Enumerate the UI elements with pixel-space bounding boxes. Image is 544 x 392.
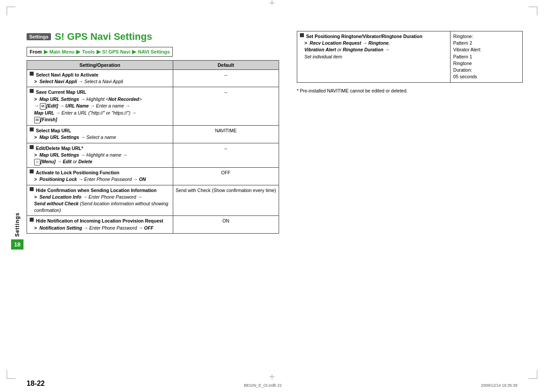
table-row: Hide Confirmation when Sending Location …	[27, 185, 279, 216]
page-bottom: 18-22 BEGIN_E_OI.indb 22 2009/12/14 16:3…	[27, 380, 517, 388]
page-title-row: Settings S! GPS Navi Settings	[27, 31, 279, 42]
breadcrumb-arrow-2: ▶	[76, 49, 80, 55]
row7-operation: Hide Notification of Incoming Location P…	[27, 216, 173, 233]
bullet-icon	[30, 127, 34, 131]
table-row: Select Navi Appli to Activate Select Nav…	[27, 70, 279, 87]
left-column: Settings S! GPS Navi Settings From ▶ Mai…	[27, 31, 279, 234]
menu-key-icon: ☆	[34, 159, 40, 165]
breadcrumb-from: From	[30, 49, 42, 54]
corner-mark-br	[528, 370, 537, 379]
breadcrumb-arrow-3: ▶	[97, 49, 101, 55]
bullet-icon	[30, 145, 34, 149]
bullet-icon	[30, 169, 34, 173]
page-number: 18-22	[27, 380, 45, 388]
row1-operation: Select Navi Appli to Activate Select Nav…	[27, 70, 173, 87]
content-area: Settings S! GPS Navi Settings From ▶ Mai…	[27, 31, 517, 365]
page: Settings 18 Settings S! GPS Navi Setting…	[0, 0, 544, 392]
row2-operation: Save Current Map URL Map URL Settings → …	[27, 87, 173, 126]
breadcrumb-navi-settings: NAVI Settings	[138, 49, 170, 54]
bullet-icon	[300, 33, 304, 37]
right-table-row: Set Positioning Ringtone/Vibrator/Ringto…	[297, 31, 523, 83]
breadcrumb-main-menu: Main Menu	[50, 49, 75, 54]
breadcrumb: From ▶ Main Menu ▶ Tools ▶ S! GPS Navi ▶…	[27, 47, 173, 57]
crop-bottom	[272, 374, 272, 380]
breadcrumb-tools: Tools	[82, 49, 95, 54]
table-row: Activate to Lock Positioning Function Po…	[27, 168, 279, 185]
side-tab-label: Settings	[14, 212, 20, 237]
settings-badge: Settings	[27, 33, 51, 40]
right-default: Ringtone: Pattern 2 Vibrator Alert: Patt…	[451, 31, 523, 83]
settings-table: Setting/Operation Default Select Navi Ap…	[27, 60, 279, 234]
row1-default: –	[173, 70, 279, 87]
right-settings-table: Set Positioning Ringtone/Vibrator/Ringto…	[297, 31, 523, 83]
corner-mark-tr	[528, 7, 537, 15]
table-row: Hide Notification of Incoming Location P…	[27, 216, 279, 233]
bullet-icon	[30, 218, 34, 222]
row2-default: –	[173, 87, 279, 126]
row4-default: –	[173, 143, 279, 167]
row3-operation: Select Map URL Map URL Settings → Select…	[27, 126, 173, 143]
row6-operation: Hide Confirmation when Sending Location …	[27, 185, 173, 216]
corner-mark-bl	[7, 370, 16, 379]
col-header-operation: Setting/Operation	[27, 61, 173, 70]
corner-mark-tl	[7, 7, 16, 15]
row6-default: Send with Check (Show confirmation every…	[173, 185, 279, 216]
file-info: BEGIN_E_OI.indb 22	[244, 383, 282, 388]
crop-h-bottom	[269, 377, 275, 377]
breadcrumb-arrow-4: ▶	[132, 49, 136, 55]
side-tab-number: 18	[11, 239, 23, 250]
row4-operation: Edit/Delete Map URL* Map URL Settings → …	[27, 143, 173, 167]
table-row: Save Current Map URL Map URL Settings → …	[27, 87, 279, 126]
finish-key-icon: ✉	[34, 117, 40, 123]
table-row: Select Map URL Map URL Settings → Select…	[27, 126, 279, 143]
row7-default: ON	[173, 216, 279, 233]
breadcrumb-arrow-1: ▶	[44, 49, 48, 55]
row5-operation: Activate to Lock Positioning Function Po…	[27, 168, 173, 185]
right-operation: Set Positioning Ringtone/Vibrator/Ringto…	[297, 31, 451, 83]
page-title: S! GPS Navi Settings	[54, 31, 152, 42]
right-column: Set Positioning Ringtone/Vibrator/Ringto…	[297, 31, 523, 93]
bullet-icon	[30, 72, 34, 76]
bullet-icon	[30, 187, 34, 191]
breadcrumb-gps-navi: S! GPS Navi	[102, 49, 131, 54]
table-row: Edit/Delete Map URL* Map URL Settings → …	[27, 143, 279, 167]
side-tab: Settings 18	[11, 212, 23, 250]
col-header-default: Default	[173, 61, 279, 70]
row5-default: OFF	[173, 168, 279, 185]
crop-h-top	[269, 3, 275, 3]
bullet-icon	[30, 89, 34, 93]
date-info: 2009/12/14 16:35:39	[481, 383, 517, 388]
footnote: * Pre-installed NAVITIME cannot be edite…	[297, 88, 523, 93]
right-title: Set Positioning Ringtone/Vibrator/Ringto…	[306, 33, 422, 40]
edit-key-icon: ✉	[40, 103, 46, 110]
row3-default: NAVITIME	[173, 126, 279, 143]
